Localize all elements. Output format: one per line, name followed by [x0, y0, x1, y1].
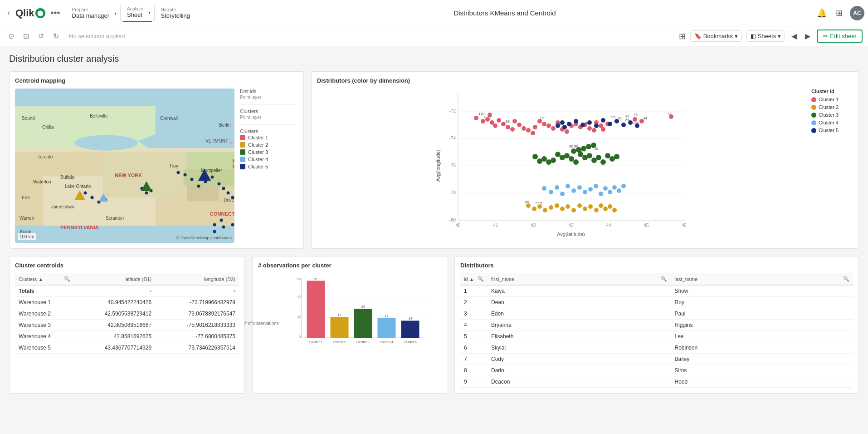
row1-lon: -73.719966482979: [155, 297, 239, 308]
cluster-centroids-title: Cluster centroids: [15, 262, 239, 269]
row3-cluster: Warehouse 3: [15, 320, 74, 331]
cluster2-dot: [240, 142, 245, 148]
svg-point-116: [608, 122, 612, 126]
svg-point-44: [512, 119, 517, 123]
svg-point-34: [474, 116, 478, 120]
bell-icon[interactable]: 🔔: [815, 6, 829, 20]
svg-point-148: [566, 204, 570, 209]
svg-point-149: [571, 208, 576, 212]
edit-sheet-label: Edit sheet: [830, 33, 856, 39]
svg-point-145: [549, 205, 553, 210]
clusters-search-icon[interactable]: 🔍: [64, 276, 70, 282]
nav-prepare[interactable]: Prepare Data manager ▾: [68, 5, 118, 22]
prev-sheet-icon[interactable]: ◀: [790, 30, 799, 42]
svg-text:104: 104: [633, 121, 639, 125]
svg-text:Cluster 2: Cluster 2: [333, 340, 346, 344]
dist8-lname: Sims: [671, 365, 853, 376]
dist-row-3: 3 Eden Paul: [460, 308, 853, 320]
svg-point-47: [526, 128, 531, 133]
svg-text:77 5: 77 5: [535, 201, 542, 205]
legend-cluster4: Cluster 4: [240, 157, 298, 162]
sheets-button[interactable]: ◧ Sheets ▾: [746, 30, 785, 42]
svg-point-42: [506, 125, 510, 129]
selection-back-icon[interactable]: ⊙: [5, 30, 17, 42]
svg-text:23: 23: [625, 118, 629, 122]
cluster4-centroid: [99, 193, 108, 202]
observations-title: # observations per cluster: [258, 262, 441, 269]
centroid-mapping-title: Centroid mapping: [15, 77, 298, 84]
map-dot-mid-2: [145, 192, 148, 195]
svg-text:-78: -78: [449, 190, 456, 195]
scatter-area[interactable]: -72 -74 -76 -78 -80 40 41 42 43 44 45 46: [317, 89, 808, 243]
svg-point-113: [587, 120, 592, 125]
svg-point-125: [542, 186, 546, 191]
svg-point-52: [546, 123, 551, 128]
map-area[interactable]: Sound Orillia Belleville Cornwall Berlin…: [15, 89, 234, 243]
svg-text:42: 42: [531, 223, 536, 228]
svg-point-115: [601, 118, 605, 123]
firstname-search-icon[interactable]: 🔍: [661, 276, 667, 282]
svg-text:19: 19: [594, 147, 598, 151]
svg-point-61: [587, 126, 592, 131]
scatter-legend: Cluster id Cluster 1 Cluster 2 Cluster 3: [808, 89, 853, 243]
row5-lat: 43.4367707714929: [74, 342, 155, 354]
dist2-id: 2: [460, 297, 488, 308]
top-row: Centroid mapping: [9, 71, 859, 249]
totals-label: Totals: [15, 285, 74, 297]
bottom-row: Cluster centroids Clusters ▲ 🔍 latitude: [9, 256, 859, 394]
svg-point-92: [587, 153, 592, 158]
row1-cluster: Warehouse 1: [15, 297, 74, 308]
svg-point-102: [586, 144, 591, 149]
undo-icon[interactable]: ↺: [35, 30, 47, 42]
next-sheet-icon[interactable]: ▶: [803, 30, 812, 42]
svg-point-153: [594, 208, 599, 212]
map-dot-13: [220, 219, 223, 222]
svg-point-144: [543, 208, 547, 212]
svg-rect-174: [354, 309, 372, 338]
observations-panel: # observations per cluster # of observat…: [252, 256, 447, 394]
nav-narrate[interactable]: Narrate Storytelling: [156, 5, 195, 22]
svg-point-147: [560, 207, 565, 211]
svg-point-132: [583, 190, 587, 194]
layout-grid-icon[interactable]: ⊞: [679, 31, 686, 41]
bookmarks-button[interactable]: 🔖 Bookmarks ▾: [690, 30, 742, 42]
selection-forward-icon[interactable]: ⊡: [20, 30, 32, 42]
legend-section-dist: Dist ids Point layer: [240, 89, 298, 100]
dist9-id: 9: [460, 376, 488, 388]
apps-grid-icon[interactable]: ⊞: [834, 6, 844, 20]
cluster2-centroid: [74, 190, 85, 200]
redo-icon[interactable]: ↻: [50, 30, 62, 42]
nav-dots-menu[interactable]: •••: [51, 8, 60, 18]
clusters-col-label: Clusters ▲: [19, 276, 43, 282]
dist5-id: 5: [460, 331, 488, 342]
svg-point-126: [549, 190, 553, 194]
back-button[interactable]: ‹: [4, 6, 14, 20]
svg-marker-12: [187, 183, 219, 201]
nav-analyze[interactable]: Analyze Sheet ▾: [122, 4, 152, 22]
legend-section-clusters-layer: Clusters Point layer: [240, 108, 298, 120]
qlik-logo-text: Qlik: [15, 7, 34, 19]
user-avatar[interactable]: AC: [850, 6, 864, 20]
analyze-label: Analyze: [127, 6, 143, 11]
svg-text:Cluster 5: Cluster 5: [404, 340, 417, 344]
scatter-cluster5-item: Cluster 5: [811, 128, 853, 133]
y-axis-label: # of observations: [244, 321, 278, 326]
lastname-search-icon[interactable]: 🔍: [843, 276, 849, 282]
scatter-cluster2-dot: [811, 105, 816, 110]
dist-row-8: 8 Dario Sims: [460, 365, 853, 376]
svg-point-93: [591, 158, 597, 163]
dist2-lname: Roy: [671, 297, 853, 308]
svg-text:Cluster 1: Cluster 1: [309, 340, 322, 344]
dist8-fname: Dario: [488, 365, 671, 376]
page-title: Distribution cluster analysis: [9, 54, 859, 64]
edit-sheet-button[interactable]: ✏ Edit sheet: [817, 30, 863, 43]
svg-point-87: [564, 153, 570, 158]
scatter-cluster2-item: Cluster 2: [811, 104, 853, 110]
svg-point-5: [75, 135, 138, 151]
narrate-value: Storytelling: [161, 12, 190, 19]
scatter-cluster2-label: Cluster 2: [819, 104, 839, 110]
row4-lat: 42.8581692625: [74, 331, 155, 342]
id-search-icon[interactable]: 🔍: [478, 276, 484, 282]
dist3-lname: Paul: [671, 308, 853, 320]
svg-point-53: [551, 126, 556, 131]
